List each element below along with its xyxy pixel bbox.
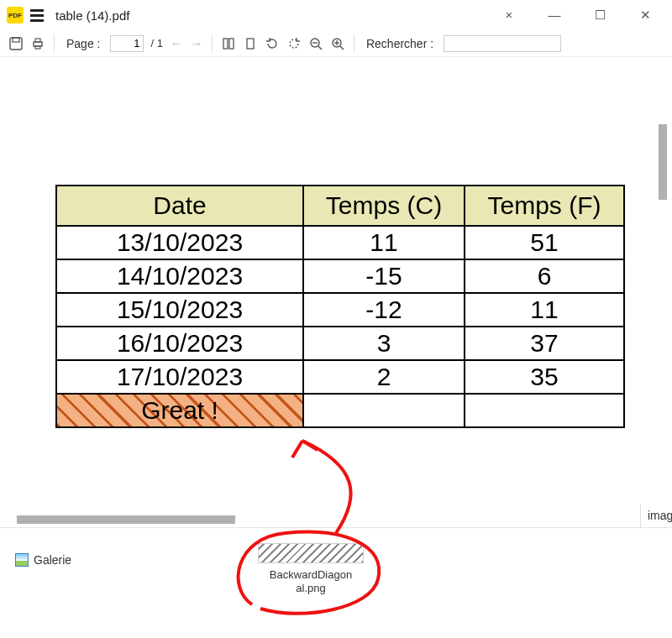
- svg-rect-2: [34, 42, 42, 46]
- table-row: 16/10/2023 3 37: [56, 327, 624, 360]
- toolbar: Page : / 1 ← → Rechercher :: [0, 30, 672, 57]
- cell-footer-date: Great !: [56, 394, 303, 427]
- rotate-right-icon[interactable]: [286, 36, 302, 51]
- toolbar-separator: [354, 35, 354, 52]
- cell-date: 17/10/2023: [56, 360, 303, 394]
- file-item[interactable]: BackwardDiagon al.png: [252, 543, 370, 594]
- cell-temps-c: -15: [303, 259, 465, 293]
- page-total: / 1: [150, 37, 162, 50]
- svg-rect-1: [13, 38, 19, 42]
- toolbar-separator: [212, 35, 213, 52]
- vertical-scrollbar-thumb[interactable]: [659, 124, 667, 200]
- table-header-row: Date Temps (C) Temps (F): [56, 186, 624, 226]
- svg-line-12: [340, 46, 344, 50]
- header-date: Date: [56, 186, 303, 226]
- page-next-icon[interactable]: →: [190, 36, 203, 50]
- titlebar: PDF table (14).pdf × — ☐ ✕: [0, 0, 672, 30]
- cell-date: 15/10/2023: [56, 293, 303, 327]
- cell-temps-c: 2: [303, 360, 465, 394]
- page-number-input[interactable]: [110, 35, 144, 52]
- gallery-icon: [15, 553, 29, 567]
- file-name: BackwardDiagon al.png: [252, 568, 370, 594]
- print-icon[interactable]: [30, 36, 45, 51]
- minimize-button[interactable]: —: [546, 8, 563, 23]
- cell-temps-f: 51: [465, 226, 624, 259]
- cell-temps-f: 6: [465, 259, 624, 293]
- table-row: 15/10/2023 -12 11: [56, 293, 624, 327]
- page-prev-icon[interactable]: ←: [170, 36, 183, 50]
- horizontal-scrollbar-thumb[interactable]: [17, 515, 235, 524]
- pdf-viewer-area: Date Temps (C) Temps (F) 13/10/2023 11 5…: [0, 57, 672, 527]
- cell-temps-f: 35: [465, 360, 624, 394]
- page-label: Page :: [66, 37, 100, 50]
- zoom-in-icon[interactable]: [330, 36, 345, 51]
- galerie-item[interactable]: Galerie: [15, 553, 71, 567]
- table-footer-row: Great !: [56, 394, 624, 427]
- table-row: 17/10/2023 2 35: [56, 360, 624, 394]
- window-controls: × — ☐ ✕: [501, 8, 665, 23]
- cell-footer-f: [465, 394, 624, 427]
- save-icon[interactable]: [8, 36, 24, 51]
- cell-date: 13/10/2023: [56, 226, 303, 259]
- galerie-label: Galerie: [34, 553, 71, 567]
- svg-line-9: [318, 46, 322, 50]
- file-name-line1: BackwardDiagon: [270, 568, 352, 581]
- file-thumbnail-icon: [258, 543, 364, 563]
- vertical-scrollbar[interactable]: [659, 124, 667, 292]
- tab-close-icon[interactable]: ×: [501, 8, 517, 23]
- pdf-page: Date Temps (C) Temps (F) 13/10/2023 11 5…: [0, 74, 647, 510]
- cell-footer-c: [303, 394, 465, 427]
- svg-rect-3: [35, 39, 40, 42]
- cell-date: 14/10/2023: [56, 259, 303, 293]
- search-label: Rechercher :: [366, 37, 433, 50]
- app-pdf-icon: PDF: [7, 7, 24, 24]
- cell-temps-f: 37: [465, 327, 624, 360]
- maximize-button[interactable]: ☐: [591, 8, 608, 23]
- svg-rect-5: [223, 39, 228, 49]
- search-input[interactable]: [444, 35, 561, 52]
- svg-rect-7: [247, 39, 254, 49]
- table-row: 14/10/2023 -15 6: [56, 259, 624, 293]
- cell-temps-c: 3: [303, 327, 465, 360]
- close-button[interactable]: ✕: [637, 8, 654, 23]
- cell-temps-c: 11: [303, 226, 465, 259]
- zoom-out-icon[interactable]: [308, 36, 323, 51]
- desktop-strip: Galerie BackwardDiagon al.png: [0, 527, 672, 638]
- cell-date: 16/10/2023: [56, 327, 303, 360]
- side-panel-fragment: imag: [640, 504, 672, 527]
- toolbar-separator: [54, 35, 55, 52]
- svg-rect-6: [229, 39, 234, 49]
- data-table: Date Temps (C) Temps (F) 13/10/2023 11 5…: [55, 185, 625, 428]
- table-row: 13/10/2023 11 51: [56, 226, 624, 259]
- cell-temps-f: 11: [465, 293, 624, 327]
- svg-rect-4: [35, 46, 40, 49]
- fit-page-icon[interactable]: [221, 36, 236, 51]
- cell-temps-c: -12: [303, 293, 465, 327]
- rotate-left-icon[interactable]: [265, 36, 280, 51]
- window-title: table (14).pdf: [55, 8, 129, 23]
- svg-rect-0: [10, 38, 22, 50]
- single-page-icon[interactable]: [243, 36, 258, 51]
- horizontal-scrollbar[interactable]: [17, 515, 235, 524]
- header-temps-f: Temps (F): [465, 186, 624, 226]
- file-name-line2: al.png: [296, 582, 325, 594]
- hamburger-menu-icon[interactable]: [30, 9, 44, 22]
- header-temps-c: Temps (C): [303, 186, 465, 226]
